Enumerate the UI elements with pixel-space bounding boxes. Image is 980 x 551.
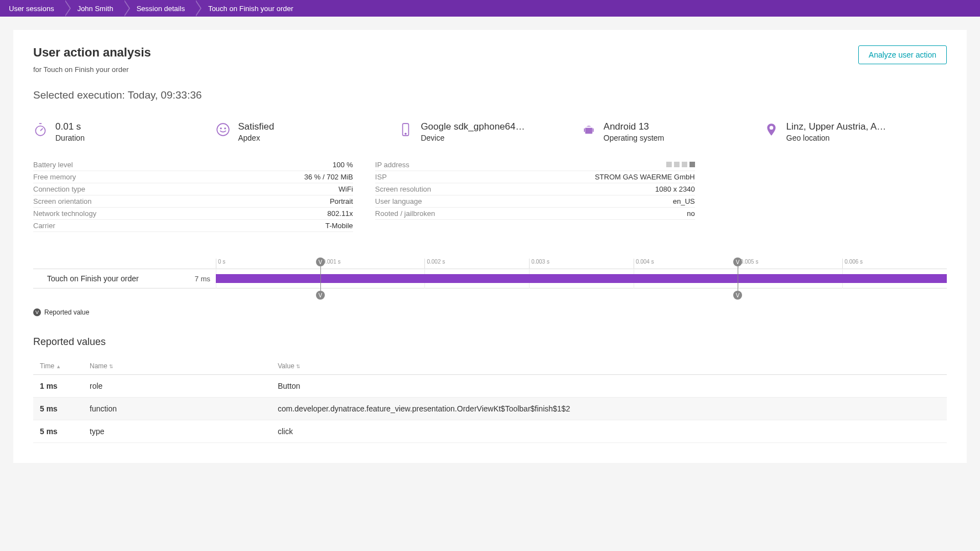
metric-label: Operating system — [604, 133, 665, 142]
reported-value-icon: V — [33, 308, 41, 316]
header-row: User action analysis for Touch on Finish… — [33, 45, 947, 74]
timeline-marker-line — [738, 266, 738, 291]
breadcrumb-user-sessions[interactable]: User sessions — [0, 0, 64, 17]
svg-rect-7 — [593, 128, 594, 132]
smile-icon — [216, 122, 230, 137]
metric-value: Google sdk_gphone64… — [421, 121, 525, 132]
main-panel: User action analysis for Touch on Finish… — [13, 30, 967, 463]
breadcrumb-session-details[interactable]: Session details — [123, 0, 195, 17]
metric-value: Linz, Upper Austria, A… — [786, 121, 886, 132]
detail-connection: Connection typeWiFi — [33, 183, 353, 195]
table-row: 1 ms role Button — [33, 375, 947, 398]
timeline-marker-icon: V — [733, 291, 742, 300]
detail-carrier: CarrierT-Mobile — [33, 220, 353, 232]
table-row: 5 ms function com.developer.dynatrace.fe… — [33, 398, 947, 420]
timeline-tick: 0.006 s — [842, 259, 947, 269]
detail-rooted: Rooted / jailbrokenno — [375, 208, 695, 220]
timeline-tick: 0.003 s — [529, 259, 634, 269]
svg-point-2 — [221, 128, 222, 129]
timeline-tick: 0.001 s — [320, 259, 425, 269]
page-subtitle: for Touch on Finish your order — [33, 65, 151, 74]
reported-values-heading: Reported values — [33, 336, 947, 348]
timeline-tick: 0.002 s — [424, 259, 529, 269]
sort-icon: ⇅ — [296, 364, 300, 369]
detail-language: User languageen_US — [375, 195, 695, 208]
metric-device: Google sdk_gphone64… Device — [398, 121, 581, 142]
breadcrumb-label: John Smith — [77, 4, 113, 13]
analyze-user-action-button[interactable]: Analyze user action — [858, 45, 947, 64]
pin-icon — [764, 122, 779, 137]
metric-value: 0.01 s — [55, 121, 85, 132]
svg-rect-6 — [584, 128, 585, 132]
sort-asc-icon: ▲ — [56, 364, 61, 369]
reported-value-legend: V Reported value — [33, 308, 947, 316]
metric-duration: 0.01 s Duration — [33, 121, 216, 142]
stopwatch-icon — [33, 122, 48, 137]
detail-isp: ISPSTROM GAS WAERME GmbH — [375, 171, 695, 183]
breadcrumb-user[interactable]: John Smith — [64, 0, 123, 17]
breadcrumb-bar: User sessions John Smith Session details… — [0, 0, 980, 17]
android-icon — [582, 122, 596, 137]
metric-apdex: Satisfied Apdex — [216, 121, 398, 142]
reported-value-legend-label: Reported value — [44, 308, 89, 316]
sort-icon: ⇅ — [109, 364, 113, 369]
timeline-marker-line — [320, 266, 321, 291]
table-row: 5 ms type click — [33, 420, 947, 443]
breadcrumb-label: Session details — [137, 4, 185, 13]
breadcrumb-label: User sessions — [9, 4, 54, 13]
phone-icon — [398, 122, 413, 137]
timeline-tick: 0 s — [216, 259, 320, 269]
detail-resolution: Screen resolution1080 x 2340 — [375, 183, 695, 195]
timeline-row-duration: 7 ms — [183, 275, 216, 283]
timeline-bar-track: V V V V — [216, 269, 947, 289]
metric-geo: Linz, Upper Austria, A… Geo location — [764, 121, 947, 142]
metrics-row: 0.01 s Duration Satisfied Apdex Google s… — [33, 121, 947, 142]
details-left: Battery level100 % Free memory36 % / 702… — [33, 159, 353, 232]
timeline-row: Touch on Finish your order 7 ms V V V V — [33, 269, 947, 289]
detail-memory: Free memory36 % / 702 MiB — [33, 171, 353, 183]
timeline-ticks: 0 s 0.001 s 0.002 s 0.003 s 0.004 s 0.00… — [216, 259, 947, 269]
detail-ip: IP address — [375, 159, 695, 171]
detail-network-tech: Network technology802.11x — [33, 208, 353, 220]
details-right: IP address ISPSTROM GAS WAERME GmbH Scre… — [375, 159, 695, 232]
timeline-marker-icon: V — [733, 258, 742, 266]
timeline-marker-icon: V — [316, 258, 325, 266]
reported-values-table: Time▲ Name⇅ Value⇅ 1 ms role Button 5 ms… — [33, 358, 947, 443]
timeline: 0 s 0.001 s 0.002 s 0.003 s 0.004 s 0.00… — [33, 259, 947, 289]
page-title: User action analysis — [33, 45, 151, 60]
svg-point-1 — [217, 123, 229, 136]
breadcrumb-action[interactable]: Touch on Finish your order — [195, 0, 303, 17]
timeline-row-label: Touch on Finish your order — [33, 274, 183, 283]
detail-orientation: Screen orientationPortrait — [33, 195, 353, 208]
col-time[interactable]: Time▲ — [33, 358, 83, 375]
metric-value: Satisfied — [238, 121, 274, 132]
metric-label: Geo location — [786, 133, 886, 142]
detail-battery: Battery level100 % — [33, 159, 353, 171]
metric-os: Android 13 Operating system — [582, 121, 764, 142]
timeline-tick: 0.004 s — [634, 259, 738, 269]
svg-point-3 — [225, 128, 226, 129]
timeline-marker-icon: V — [316, 291, 325, 300]
svg-point-8 — [770, 126, 774, 130]
svg-point-5 — [405, 133, 406, 135]
col-name[interactable]: Name⇅ — [83, 358, 271, 375]
metric-label: Device — [421, 133, 525, 142]
metric-label: Apdex — [238, 133, 274, 142]
timeline-tick: 0.005 s — [738, 259, 843, 269]
timeline-bar — [216, 274, 947, 283]
ip-masked — [666, 161, 695, 169]
breadcrumb-label: Touch on Finish your order — [208, 4, 293, 13]
selected-execution: Selected execution: Today, 09:33:36 — [33, 89, 947, 101]
metric-value: Android 13 — [604, 121, 665, 132]
metric-label: Duration — [55, 133, 85, 142]
col-value[interactable]: Value⇅ — [271, 358, 947, 375]
details-row: Battery level100 % Free memory36 % / 702… — [33, 159, 947, 232]
